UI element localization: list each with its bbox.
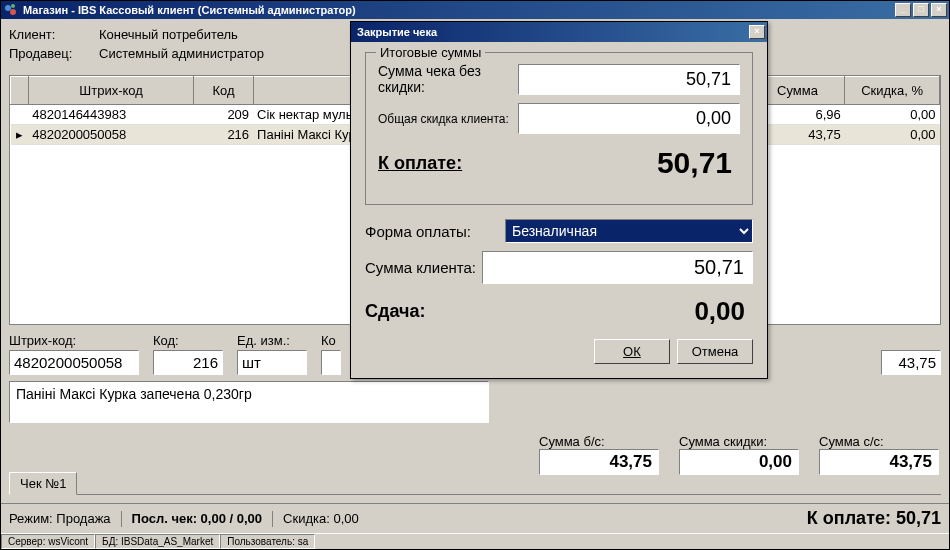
status-mode: Режим: Продажа <box>9 511 111 526</box>
qty-input-label: Ко <box>321 333 341 348</box>
barcode-input[interactable] <box>9 350 139 375</box>
status-bar-bottom: Сервер: wsVicont БД: IBSData_AS_Market П… <box>1 533 949 549</box>
unit-input-label: Ед. изм.: <box>237 333 307 348</box>
client-sum-input[interactable] <box>482 251 753 284</box>
main-titlebar: Магазин - IBS Кассовый клиент (Системный… <box>1 1 949 19</box>
price-input[interactable] <box>881 350 941 375</box>
maximize-button[interactable]: □ <box>913 3 929 17</box>
status-last: Посл. чек: 0,00 / 0,00 <box>132 511 263 526</box>
dialog-close-button[interactable]: × <box>749 25 765 39</box>
item-description: Паніні Максі Курка запечена 0,230гр <box>9 381 489 423</box>
row-marker <box>11 105 29 125</box>
dialog-title: Закрытие чека <box>353 26 749 38</box>
barcode-input-label: Штрих-код: <box>9 333 139 348</box>
cell-discount: 0,00 <box>845 105 940 125</box>
client-sum-label: Сумма клиента: <box>365 259 482 276</box>
sum-nosk-value: 43,75 <box>539 449 659 475</box>
totals-legend: Итоговые суммы <box>376 45 485 60</box>
cell-code: 216 <box>194 125 253 145</box>
status-db: БД: IBSData_AS_Market <box>95 534 220 549</box>
unit-input[interactable] <box>237 350 307 375</box>
app-icon <box>3 2 19 18</box>
col-code[interactable]: Код <box>194 77 253 105</box>
sum-wsk-value: 43,75 <box>819 449 939 475</box>
code-input-label: Код: <box>153 333 223 348</box>
sum-disc-label: Сумма скидки: <box>679 434 799 449</box>
sum-wsk-label: Сумма с/с: <box>819 434 939 449</box>
ok-button[interactable]: ОК <box>594 339 670 364</box>
tab-check[interactable]: Чек №1 <box>9 472 77 495</box>
topay-value: 50,71 <box>518 142 740 184</box>
sum-disc-value: 0,00 <box>679 449 799 475</box>
client-disc-label: Общая скидка клиента: <box>378 112 518 126</box>
close-button[interactable]: × <box>931 3 947 17</box>
topay-label: К оплате: <box>378 153 518 174</box>
change-value: 0,00 <box>505 292 753 331</box>
svg-point-0 <box>5 5 11 11</box>
seller-label: Продавец: <box>9 46 99 61</box>
dialog-titlebar: Закрытие чека × <box>351 22 767 42</box>
sum-nodisc-value: 50,71 <box>518 64 740 95</box>
col-discount[interactable]: Скидка, % <box>845 77 940 105</box>
seller-value: Системный администратор <box>99 46 264 61</box>
sum-nodisc-label: Сумма чека без скидки: <box>378 63 518 95</box>
payform-label: Форма оплаты: <box>365 223 505 240</box>
cell-code: 209 <box>194 105 253 125</box>
svg-point-1 <box>10 9 16 15</box>
cell-barcode: 4820146443983 <box>28 105 194 125</box>
qty-input[interactable] <box>321 350 341 375</box>
status-topay: К оплате: 50,71 <box>807 508 941 529</box>
svg-point-2 <box>11 4 15 8</box>
code-input[interactable] <box>153 350 223 375</box>
cell-discount: 0,00 <box>845 125 940 145</box>
cancel-button[interactable]: Отмена <box>677 339 753 364</box>
col-marker <box>11 77 29 105</box>
sum-nosk-label: Сумма б/с: <box>539 434 659 449</box>
client-disc-value: 0,00 <box>518 103 740 134</box>
close-check-dialog: Закрытие чека × Итоговые суммы Сумма чек… <box>350 21 768 379</box>
payform-select[interactable]: Безналичная <box>505 219 753 243</box>
status-discount: Скидка: 0,00 <box>283 511 359 526</box>
minimize-button[interactable]: _ <box>895 3 911 17</box>
totals-fieldset: Итоговые суммы Сумма чека без скидки: 50… <box>365 52 753 205</box>
status-server: Сервер: wsVicont <box>1 534 95 549</box>
col-barcode[interactable]: Штрих-код <box>28 77 194 105</box>
status-user: Пользователь: sa <box>220 534 315 549</box>
price-input-label <box>881 333 941 348</box>
row-marker: ▸ <box>11 125 29 145</box>
status-bar-main: Режим: Продажа Посл. чек: 0,00 / 0,00 Ск… <box>1 503 949 533</box>
main-title: Магазин - IBS Кассовый клиент (Системный… <box>23 4 895 16</box>
change-label: Сдача: <box>365 301 505 322</box>
client-label: Клиент: <box>9 27 99 42</box>
client-value: Конечный потребитель <box>99 27 238 42</box>
cell-barcode: 4820200050058 <box>28 125 194 145</box>
